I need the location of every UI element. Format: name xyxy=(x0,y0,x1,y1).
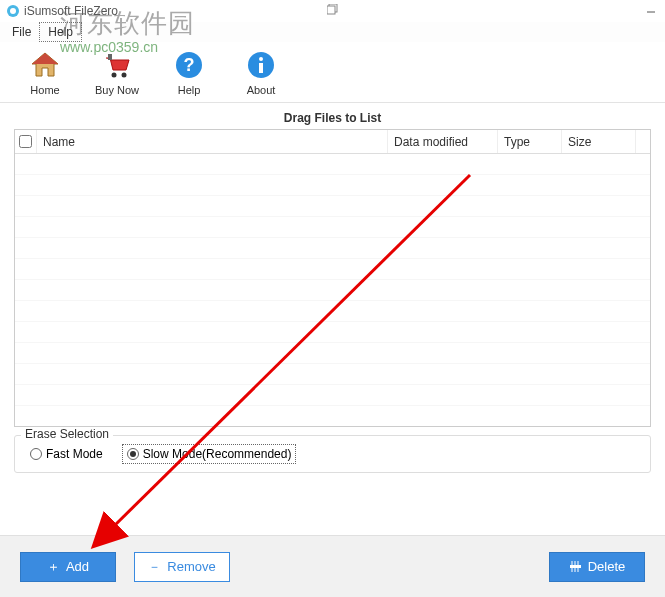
select-all-checkbox[interactable] xyxy=(19,135,32,148)
plus-icon: ＋ xyxy=(47,560,60,573)
add-button[interactable]: ＋ Add xyxy=(20,552,116,582)
window-title: iSumsoft FileZero xyxy=(24,4,118,18)
radio-slow-label: Slow Mode(Recommended) xyxy=(143,447,292,461)
file-list-body[interactable] xyxy=(15,154,650,426)
menu-file[interactable]: File xyxy=(4,23,39,41)
remove-button[interactable]: － Remove xyxy=(134,552,230,582)
toolbar-about[interactable]: About xyxy=(236,48,286,96)
home-icon xyxy=(28,48,62,82)
svg-point-8 xyxy=(122,73,127,78)
file-list: Name Data modified Type Size xyxy=(14,129,651,427)
app-icon xyxy=(6,4,20,18)
bottom-bar: ＋ Add － Remove Delete xyxy=(0,535,665,597)
svg-rect-14 xyxy=(259,63,263,73)
toolbar-buy[interactable]: Buy Now xyxy=(92,48,142,96)
column-size[interactable]: Size xyxy=(562,130,636,153)
help-icon: ? xyxy=(172,48,206,82)
radio-fast-mode[interactable]: Fast Mode xyxy=(25,444,108,464)
info-icon xyxy=(244,48,278,82)
add-button-label: Add xyxy=(66,559,89,574)
erase-selection-group: Erase Selection Fast Mode Slow Mode(Reco… xyxy=(14,435,651,473)
minimize-button[interactable] xyxy=(637,0,665,18)
file-list-header: Name Data modified Type Size xyxy=(15,130,650,154)
column-checkbox[interactable] xyxy=(15,130,37,153)
svg-marker-6 xyxy=(32,53,58,64)
column-tail xyxy=(636,130,650,153)
svg-rect-3 xyxy=(327,6,335,14)
window-controls xyxy=(637,0,665,18)
menu-bar: File Help xyxy=(0,22,665,42)
minus-icon: － xyxy=(148,560,161,573)
radio-icon xyxy=(127,448,139,460)
radio-fast-label: Fast Mode xyxy=(46,447,103,461)
svg-text:?: ? xyxy=(184,55,195,75)
remove-button-label: Remove xyxy=(167,559,215,574)
svg-rect-9 xyxy=(108,54,112,60)
restore-icon[interactable] xyxy=(326,2,340,16)
toolbar: Home Buy Now ? Help About xyxy=(0,42,665,103)
delete-button-label: Delete xyxy=(588,559,626,574)
shredder-icon xyxy=(569,560,582,573)
column-name[interactable]: Name xyxy=(37,130,388,153)
radio-icon xyxy=(30,448,42,460)
erase-legend: Erase Selection xyxy=(21,427,113,441)
radio-slow-mode[interactable]: Slow Mode(Recommended) xyxy=(122,444,297,464)
menu-help[interactable]: Help xyxy=(39,22,82,42)
toolbar-help-label: Help xyxy=(178,84,201,96)
toolbar-buy-label: Buy Now xyxy=(95,84,139,96)
svg-point-7 xyxy=(112,73,117,78)
column-type[interactable]: Type xyxy=(498,130,562,153)
svg-point-1 xyxy=(10,8,16,14)
drag-files-label: Drag Files to List xyxy=(0,103,665,129)
toolbar-help[interactable]: ? Help xyxy=(164,48,214,96)
toolbar-home[interactable]: Home xyxy=(20,48,70,96)
column-date[interactable]: Data modified xyxy=(388,130,498,153)
svg-point-13 xyxy=(259,57,263,61)
toolbar-home-label: Home xyxy=(30,84,59,96)
svg-rect-15 xyxy=(570,565,581,568)
delete-button[interactable]: Delete xyxy=(549,552,645,582)
toolbar-about-label: About xyxy=(247,84,276,96)
cart-icon xyxy=(100,48,134,82)
